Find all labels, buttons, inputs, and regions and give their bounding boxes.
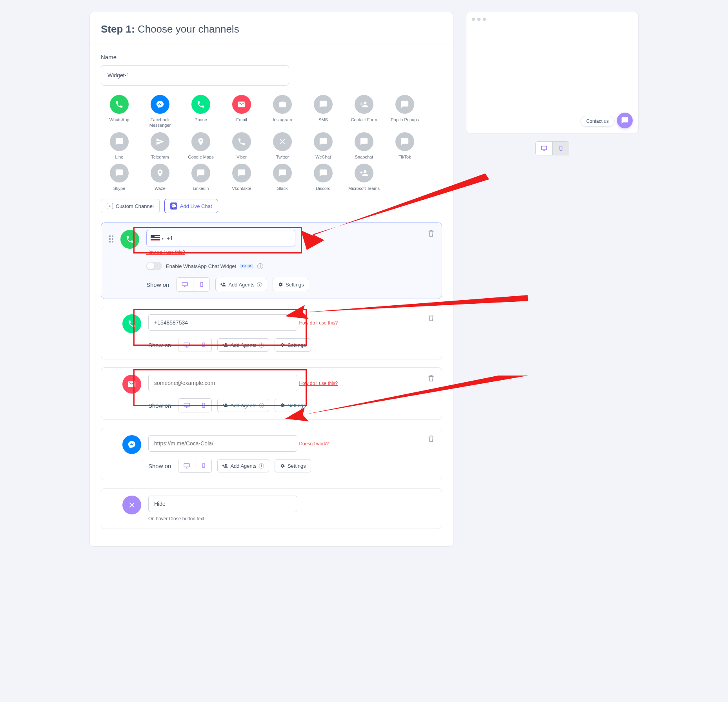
gear-icon <box>280 342 285 348</box>
desktop-icon <box>181 281 188 288</box>
right-panel: Contact us <box>466 12 639 547</box>
channel-line[interactable]: Line <box>101 132 138 160</box>
desktop-toggle[interactable] <box>178 459 195 472</box>
person-add-icon <box>220 282 226 287</box>
channel-label: Vkontakte <box>232 186 251 191</box>
channel-instagram[interactable]: Instagram <box>264 95 301 128</box>
messenger-icon <box>122 435 141 454</box>
close-icon <box>122 496 141 514</box>
settings-button[interactable]: Settings <box>275 399 311 412</box>
add-agents-button[interactable]: Add Agentsi <box>215 278 267 291</box>
add-agents-button[interactable]: Add Agentsi <box>217 399 269 412</box>
channels-grid: WhatsAppFacebook MessengerPhoneEmailInst… <box>101 95 442 191</box>
settings-button[interactable]: Settings <box>273 278 309 291</box>
whatsapp-phone-input-wrap[interactable]: ▾ <box>146 230 295 246</box>
mobile-toggle[interactable] <box>195 459 211 472</box>
sms-icon <box>314 95 333 114</box>
device-toggle <box>178 398 212 412</box>
trash-icon <box>427 374 435 383</box>
custom-channel-button[interactable]: +Custom Channel <box>101 199 160 213</box>
channel-sms[interactable]: SMS <box>305 95 342 128</box>
channel-linkedin[interactable]: Linkedin <box>182 164 219 191</box>
slack-icon <box>273 164 292 182</box>
channel-whatsapp[interactable]: WhatsApp <box>101 95 138 128</box>
add-agents-button[interactable]: Add Agentsi <box>217 459 269 472</box>
channel-waze[interactable]: Waze <box>142 164 178 191</box>
channel-wechat[interactable]: WeChat <box>305 132 342 160</box>
preview-desktop-button[interactable] <box>536 142 552 155</box>
gear-icon <box>280 403 285 408</box>
channel-teams[interactable]: Microsoft Teams <box>346 164 382 191</box>
channel-slack[interactable]: Slack <box>264 164 301 191</box>
info-icon: i <box>257 282 262 287</box>
channel-label: Microsoft Teams <box>348 186 380 191</box>
channel-snapchat[interactable]: Snapchat <box>346 132 382 160</box>
linkedin-icon <box>191 164 210 182</box>
channel-tiktok[interactable]: TikTok <box>386 132 423 160</box>
step-header: Step 1: Choose your channels <box>90 12 453 44</box>
info-icon[interactable]: i <box>257 263 263 269</box>
mobile-toggle[interactable] <box>195 338 211 352</box>
add-live-chat-button[interactable]: 💬Add Live Chat <box>164 199 218 213</box>
add-agents-button[interactable]: Add Agentsi <box>217 338 269 352</box>
channel-discord[interactable]: Discord <box>305 164 342 191</box>
channel-label: Google Maps <box>188 154 213 160</box>
channel-telegram[interactable]: Telegram <box>142 132 178 160</box>
desktop-toggle[interactable] <box>177 278 193 291</box>
phone-input[interactable] <box>148 314 297 331</box>
messenger-help-link[interactable]: Doesn't work? <box>299 441 329 447</box>
messenger-input[interactable] <box>148 435 297 452</box>
mobile-toggle[interactable] <box>193 278 209 291</box>
channel-label: TikTok <box>399 154 411 160</box>
drag-handle[interactable] <box>109 230 113 243</box>
phone-icon <box>122 314 141 333</box>
desktop-icon <box>183 341 190 348</box>
delete-button[interactable] <box>427 434 435 443</box>
channel-twitter[interactable]: Twitter <box>264 132 301 160</box>
delete-button[interactable] <box>427 229 435 238</box>
channel-vkontakte[interactable]: Vkontakte <box>223 164 260 191</box>
desktop-toggle[interactable] <box>178 338 195 352</box>
trash-icon <box>427 434 435 443</box>
desktop-toggle[interactable] <box>178 399 195 412</box>
channel-contactform[interactable]: Contact Form <box>346 95 382 128</box>
person-add-icon <box>222 463 228 469</box>
channel-phone[interactable]: Phone <box>182 95 219 128</box>
channel-label: Contact Form <box>351 117 377 122</box>
phone-help-link[interactable]: How do I use this? <box>299 320 338 326</box>
channel-poptin[interactable]: Poptin Popups <box>386 95 423 128</box>
show-on-label: Show on <box>148 402 171 409</box>
snapchat-icon <box>355 132 373 151</box>
delete-button[interactable] <box>427 374 435 383</box>
settings-button[interactable]: Settings <box>275 338 311 352</box>
channel-viber[interactable]: Viber <box>223 132 260 160</box>
email-help-link[interactable]: How do I use this? <box>299 381 338 386</box>
channel-label: Twitter <box>276 154 289 160</box>
chat-fab[interactable] <box>617 113 633 128</box>
settings-button[interactable]: Settings <box>275 459 311 472</box>
email-input[interactable] <box>148 375 297 391</box>
channel-label: Snapchat <box>355 154 373 160</box>
preview-mobile-button[interactable] <box>552 142 569 155</box>
channel-skype[interactable]: Skype <box>101 164 138 191</box>
channel-gmaps[interactable]: Google Maps <box>182 132 219 160</box>
wechat-icon <box>314 132 333 151</box>
name-input[interactable] <box>101 65 289 86</box>
beta-badge: BETA <box>240 264 253 268</box>
viber-icon <box>232 132 251 151</box>
whatsapp-help-link[interactable]: How do I use this? <box>146 250 185 255</box>
mobile-toggle[interactable] <box>195 399 211 412</box>
name-label: Name <box>101 54 442 60</box>
whatsapp-widget-toggle[interactable] <box>146 262 162 270</box>
phone-icon <box>191 95 210 114</box>
delete-button[interactable] <box>427 314 435 322</box>
channel-email[interactable]: Email <box>223 95 260 128</box>
channel-card-email: How do I use this? Show on Add Agentsi S… <box>101 367 442 420</box>
close-hint: On hover Close button text <box>148 516 434 521</box>
close-text-input[interactable] <box>148 496 297 512</box>
channel-messenger[interactable]: Facebook Messenger <box>142 95 178 128</box>
instagram-icon <box>273 95 292 114</box>
channel-label: Instagram <box>273 117 292 122</box>
trash-icon <box>427 314 435 322</box>
whatsapp-phone-input[interactable] <box>167 235 291 241</box>
